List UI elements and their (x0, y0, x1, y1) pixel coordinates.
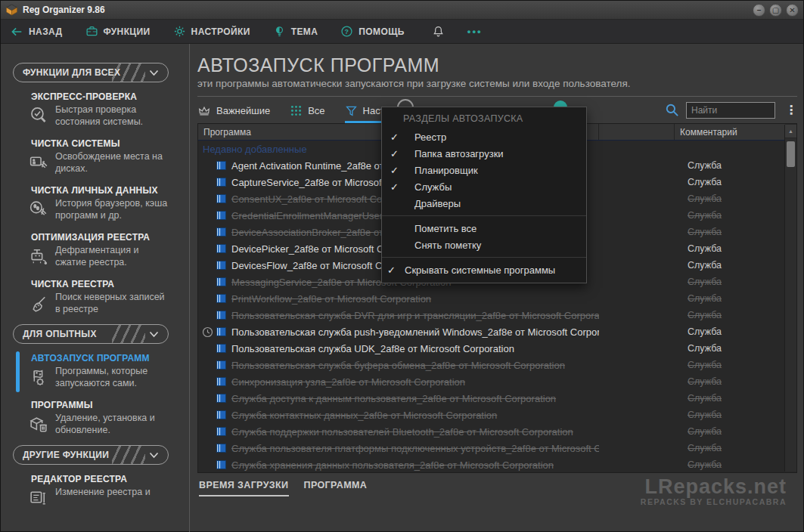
sidebar-item-1[interactable]: ЭКСПРЕСС-ПРОВЕРКАБыстрая проверка состоя… (28, 91, 189, 129)
toolbar-item-theme[interactable]: ТЕМА (273, 25, 318, 38)
chevron-down-icon (149, 70, 159, 76)
sidebar-group-label: ФУНКЦИИ ДЛЯ ВСЕХ (23, 67, 120, 78)
table-row[interactable]: Пользовательская служба DVR для игр и тр… (198, 307, 785, 323)
comment-cell: Служба (675, 459, 785, 470)
table-row[interactable]: PrintWorkflow_2af8e от Microsoft Corpora… (198, 290, 785, 307)
gear-icon (173, 25, 186, 38)
search-input[interactable] (686, 102, 775, 119)
window-controls: – ▢ ✕ (753, 4, 799, 17)
programs-icon (28, 412, 55, 438)
sidebar-group-9[interactable]: ДРУГИЕ ФУНКЦИИ (13, 445, 169, 465)
dropdown-item-0[interactable]: ✓Реестр (382, 128, 586, 145)
toolbar-item-help[interactable]: ?ПОМОЩЬ (340, 25, 405, 38)
more-menu-icon[interactable]: ••• (467, 26, 483, 37)
program-icon (216, 444, 226, 453)
arrow-left-icon (10, 25, 23, 39)
svg-text:?: ? (345, 28, 349, 36)
sidebar-item-10[interactable]: РЕДАКТОР РЕЕСТРАИзменение реестра и (28, 474, 189, 512)
sidebar-item-body: Быстрая проверка состояния системы. (28, 104, 189, 130)
registry-clean-icon (28, 291, 55, 317)
sidebar-group-0[interactable]: ФУНКЦИИ ДЛЯ ВСЕХ (13, 63, 169, 82)
sidebar-item-2[interactable]: ЧИСТКА СИСТЕМЫОсвобождение места на диск… (28, 138, 189, 176)
program-name: Пользовательская служба push-уведомлений… (231, 326, 599, 338)
table-row[interactable]: Служба хранения данных пользователя_2af8… (198, 456, 785, 472)
toolbar-item-back[interactable]: НАЗАД (10, 25, 63, 39)
program-cell: Служба поддержки пользователей Bluetooth… (198, 426, 599, 438)
program-cell: Пользовательская служба UDK_2af8e от Mic… (198, 343, 599, 354)
table-row[interactable]: Служба поддержки пользователей Bluetooth… (198, 423, 785, 440)
toolbar-item-functions[interactable]: ФУНКЦИИ (85, 25, 151, 38)
table-row[interactable]: Пользовательская служба push-уведомлений… (198, 323, 785, 340)
program-icon (216, 410, 226, 419)
scroll-up-icon[interactable]: ▲ (785, 125, 796, 138)
scrollbar-thumb[interactable] (787, 141, 795, 167)
system-clean-icon (28, 150, 55, 177)
sidebar-item-body: Удаление, установка и обновление. (28, 412, 189, 438)
maximize-button[interactable]: ▢ (769, 4, 782, 17)
sidebar-item-body: История браузеров, кэша программ и др. (28, 197, 189, 224)
sidebar-item-7[interactable]: АВТОЗАПУСК ПРОГРАММПрограммы, которые за… (28, 353, 189, 391)
table-row[interactable]: Синхронизация узла_2af8e от Microsoft Co… (198, 373, 785, 390)
filter-tab-1[interactable]: Все (290, 97, 324, 123)
sidebar-item-title: РЕДАКТОР РЕЕСТРА (31, 474, 189, 484)
column-header-3[interactable]: Комментарий (675, 124, 785, 140)
sidebar-item-8[interactable]: ПРОГРАММЫУдаление, установка и обновлени… (28, 400, 189, 438)
filter-tab-0[interactable]: Важнейшие (197, 97, 270, 123)
kebab-menu-icon[interactable]: ⋮ (785, 105, 797, 116)
bell-icon[interactable] (432, 25, 445, 38)
table-row[interactable]: Служба пользователя платформы подключенн… (198, 440, 785, 456)
autorun-sections-dropdown: РАЗДЕЛЫ АВТОЗАПУСКА ✓Реестр✓Папка автоза… (381, 107, 587, 283)
dropdown-item-1[interactable]: ✓Папка автозагрузки (382, 145, 586, 162)
dropdown-item-9[interactable]: ✓Скрывать системные программы (382, 261, 586, 278)
table-row[interactable]: Пользовательская служба UDK_2af8e от Mic… (198, 340, 785, 357)
table-row[interactable]: Служба контактных данных_2af8e от Micros… (198, 407, 785, 423)
filter-tab-label: Все (308, 105, 324, 116)
comment-cell: Служба (675, 260, 785, 271)
table-row[interactable]: Служба доступа к данным пользователя_2af… (198, 390, 785, 407)
sidebar-item-title: ОПТИМИЗАЦИЯ РЕЕСТРА (31, 232, 189, 243)
program-icon (216, 460, 226, 469)
bottom-tab-0[interactable]: ВРЕМЯ ЗАГРУЗКИ (199, 480, 289, 496)
program-name: Служба хранения данных пользователя_2af8… (231, 459, 554, 471)
vertical-scrollbar[interactable]: ▲ (784, 125, 796, 472)
sidebar-item-body: Дефрагментация и сжатие реестра. (28, 244, 189, 271)
comment-cell: Служба (675, 343, 785, 354)
sidebar-item-4[interactable]: ОПТИМИЗАЦИЯ РЕЕСТРАДефрагментация и сжат… (28, 232, 189, 270)
program-icon (216, 244, 226, 253)
program-icon (216, 294, 226, 303)
dropdown-item-7[interactable]: Снять пометку (382, 237, 586, 253)
search-icon[interactable] (665, 103, 679, 117)
watermark-line1: LRepacks.net (641, 476, 787, 497)
column-header-2[interactable] (599, 124, 675, 140)
program-icon (216, 161, 226, 170)
minimize-button[interactable]: – (753, 4, 765, 17)
close-button[interactable]: ✕ (786, 4, 799, 17)
check-icon: ✓ (387, 264, 401, 276)
watermark-line2: REPACKS BY ELCHUPACABRA (641, 497, 787, 506)
sidebar-group-6[interactable]: ДЛЯ ОПЫТНЫХ (13, 324, 169, 344)
toolbar: НАЗАДФУНКЦИИНАСТРОЙКИТЕМА?ПОМОЩЬ••• (1, 20, 803, 44)
sidebar-item-desc: Удаление, установка и обновление. (55, 412, 169, 438)
dropdown-item-6[interactable]: Пометить все (382, 220, 586, 237)
table-row[interactable]: Пользовательская служба буфера обмена_2a… (198, 357, 785, 373)
dropdown-item-2[interactable]: ✓Планировщик (382, 162, 586, 178)
dropdown-header: РАЗДЕЛЫ АВТОЗАПУСКА (382, 107, 586, 128)
program-cell: Пользовательская служба push-уведомлений… (198, 326, 599, 338)
sidebar-item-3[interactable]: ЧИСТКА ЛИЧНЫХ ДАННЫХИстория браузеров, к… (28, 185, 189, 223)
toolbar-item-settings[interactable]: НАСТРОЙКИ (173, 25, 250, 38)
dropdown-item-4[interactable]: Драйверы (382, 195, 586, 212)
sidebar-item-body: Освобождение места на дисках. (28, 150, 189, 177)
program-icon (216, 344, 226, 353)
dropdown-item-label: Драйверы (414, 198, 461, 209)
bottom-tab-1[interactable]: ПРОГРАММА (304, 480, 368, 496)
comment-cell: Служба (675, 376, 785, 387)
program-cell: Служба пользователя платформы подключенн… (198, 443, 599, 454)
program-name: Служба поддержки пользователей Bluetooth… (231, 426, 573, 438)
comment-cell: Служба (675, 243, 785, 254)
program-name: Служба контактных данных_2af8e от Micros… (231, 410, 497, 421)
dropdown-item-3[interactable]: ✓Службы (382, 178, 586, 195)
comment-cell: Служба (675, 393, 785, 404)
sidebar-item-5[interactable]: ЧИСТКА РЕЕСТРАПоиск неверных записей в р… (28, 279, 189, 317)
program-name: Служба доступа к данным пользователя_2af… (231, 393, 556, 404)
grid-icon (290, 104, 303, 117)
